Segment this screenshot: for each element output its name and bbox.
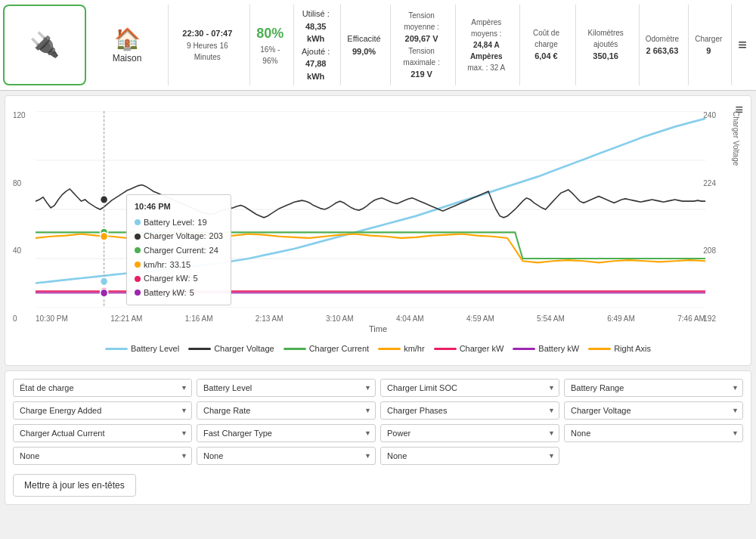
legend-label-battery: Battery Level — [131, 344, 179, 353]
select-power[interactable]: Power None — [380, 424, 559, 442]
select-charger-actual-current[interactable]: Charger Actual Current None — [13, 424, 192, 442]
dropdown-none-3-4[interactable]: None — [564, 424, 743, 442]
utilise-label: Utilisé : — [302, 8, 330, 20]
battery-range: 16% - 96% — [256, 44, 284, 67]
burger-icon[interactable]: ≡ — [738, 36, 747, 54]
odometer-value: 2 663,63 — [646, 45, 679, 57]
tension-max-label: Tension maximale : — [397, 45, 447, 68]
chart-inner: 10:46 PM Battery Level: 19 Charger Volta… — [36, 111, 705, 308]
select-charge-rate[interactable]: Charge Rate None — [197, 401, 376, 420]
energy-cell: Utilisé : 48,35 kWh Ajouté : 47,88 kWh — [293, 5, 337, 85]
amp-label: Ampères moyens : — [462, 17, 510, 39]
legend-label-kmhr: km/hr — [404, 344, 425, 353]
ajoute-label: Ajouté : — [302, 45, 330, 58]
dropdown-power[interactable]: Power None — [380, 424, 559, 442]
cout-cell: Coût de charge 6,04 € — [519, 5, 572, 85]
select-charger-voltage[interactable]: Charger Voltage None — [564, 401, 743, 420]
charger-cell: Charger 9 — [688, 5, 728, 85]
select-battery-range[interactable]: Battery Range None — [564, 379, 743, 397]
time-range-cell: 22:30 - 07:47 9 Heures 16 Minutes — [168, 5, 246, 85]
select-charge-energy-added[interactable]: Charge Energy Added None — [13, 401, 192, 420]
y-axis-left: 120 80 40 0 — [13, 111, 26, 323]
charger-voltage-line — [36, 185, 705, 218]
select-none-3-4[interactable]: None — [564, 424, 743, 442]
km-label: Kilomètres ajoutés — [582, 27, 630, 50]
legend-line-rightaxis — [588, 348, 611, 350]
select-etat-de-charge[interactable]: État de charge Charge Rate None — [13, 379, 192, 397]
legend-line-battery — [105, 348, 128, 350]
dropdown-fast-charger-type[interactable]: Fast Charger Type None — [197, 424, 376, 442]
efficacite-value: 99,0% — [352, 45, 376, 58]
dropdown-none-4-2[interactable]: None — [197, 447, 376, 465]
dropdown-row-2: Charge Energy Added None Charge Rate Non… — [13, 401, 743, 420]
legend-charger-voltage: Charger Voltage — [188, 344, 274, 353]
efficacite-cell: Efficacité 99,0% — [340, 5, 386, 85]
update-headers-button[interactable]: Mettre à jour les en-têtes — [13, 474, 136, 497]
cout-value: 6,04 € — [534, 50, 558, 63]
dropdown-charger-phases[interactable]: Charger Phases None — [380, 401, 559, 420]
ajoute-value: 47,88 kWh — [300, 57, 331, 82]
dropdown-charger-voltage[interactable]: Charger Voltage None — [564, 401, 743, 420]
odometer-label: Odomètre — [646, 33, 679, 45]
right-axis-label: Charger Voltage — [732, 111, 740, 308]
tooltip-dot-batterykw — [101, 289, 108, 297]
legend-label-voltage: Charger Voltage — [214, 344, 274, 353]
tooltip-dot-battery — [101, 277, 108, 286]
maison-cell: 🏠 Maison — [89, 5, 165, 85]
legend-kmhr: km/hr — [378, 344, 425, 353]
time-range: 22:30 - 07:47 — [182, 27, 232, 40]
amperes-cell: Ampères moyens : 24,84 A Ampères max. : … — [455, 5, 516, 85]
header: 🔌 🏠 Maison 22:30 - 07:47 9 Heures 16 Min… — [0, 0, 756, 91]
maison-label: Maison — [113, 53, 142, 64]
menu-cell[interactable]: ≡ — [731, 5, 753, 85]
dropdowns-section: État de charge Charge Rate None Battery … — [5, 370, 751, 505]
select-fast-charger-type[interactable]: Fast Charger Type None — [197, 424, 376, 442]
chart-svg — [36, 111, 705, 308]
legend-charger-current: Charger Current — [284, 344, 369, 353]
tooltip-dot-voltage — [101, 196, 108, 204]
dropdown-row-3: Charger Actual Current None Fast Charger… — [13, 424, 743, 442]
plug-icon: 🔌 — [29, 30, 60, 59]
house-icon: 🏠 — [114, 26, 141, 51]
legend-line-kmhr — [378, 348, 401, 350]
dropdown-none-4-3[interactable]: None — [380, 447, 559, 465]
legend-charger-kw: Charger kW — [434, 344, 504, 353]
legend-battery-level: Battery Level — [105, 344, 179, 353]
legend-label-rightaxis: Right Axis — [614, 344, 651, 353]
dropdown-etat-de-charge[interactable]: État de charge Charge Rate None — [13, 379, 192, 397]
select-none-4-3[interactable]: None — [380, 447, 559, 465]
legend-line-voltage — [188, 348, 211, 350]
chart-area: 120 80 40 0 240 224 208 192 Charger Volt… — [13, 111, 743, 323]
dropdown-charger-limit-soc[interactable]: Charger Limit SOC None — [380, 379, 559, 397]
logo-box: 🔌 — [3, 5, 86, 85]
battery-cell: 80% 16% - 96% — [249, 5, 290, 85]
chart-legend: Battery Level Charger Voltage Charger Cu… — [13, 339, 743, 358]
charger-value: 9 — [706, 45, 711, 57]
select-none-4-2[interactable]: None — [197, 447, 376, 465]
legend-line-chargerkw — [434, 348, 457, 350]
dropdown-charge-energy-added[interactable]: Charge Energy Added None — [13, 401, 192, 420]
dropdown-battery-range[interactable]: Battery Range None — [564, 379, 743, 397]
utilise-value: 48,35 kWh — [300, 20, 331, 45]
tension-max: 219 V — [411, 68, 432, 81]
select-charger-phases[interactable]: Charger Phases None — [380, 401, 559, 420]
select-battery-level[interactable]: Battery Level None — [197, 379, 376, 397]
x-axis-labels: 10:30 PM 12:21 AM 1:16 AM 2:13 AM 3:10 A… — [36, 314, 705, 323]
select-none-4-1[interactable]: None — [13, 447, 192, 465]
dropdown-row-4-spacer — [564, 447, 743, 465]
tension-label: Tension moyenne : — [397, 10, 447, 33]
dropdown-charge-rate[interactable]: Charge Rate None — [197, 401, 376, 420]
duration: 9 Heures 16 Minutes — [175, 40, 240, 63]
cout-label: Coût de charge — [526, 27, 565, 50]
tooltip-dot-km — [101, 232, 108, 240]
dropdown-none-4-1[interactable]: None — [13, 447, 192, 465]
dropdown-charger-actual-current[interactable]: Charger Actual Current None — [13, 424, 192, 442]
legend-line-current — [284, 348, 306, 350]
odometer-cell: Odomètre 2 663,63 — [639, 5, 685, 85]
charger-label: Charger — [695, 33, 722, 45]
amp-max-label: max. : 32 A — [467, 62, 505, 73]
select-charger-limit-soc[interactable]: Charger Limit SOC None — [380, 379, 559, 397]
legend-label-batterykw: Battery kW — [538, 344, 579, 353]
legend-label-current: Charger Current — [309, 344, 369, 353]
dropdown-battery-level[interactable]: Battery Level None — [197, 379, 376, 397]
